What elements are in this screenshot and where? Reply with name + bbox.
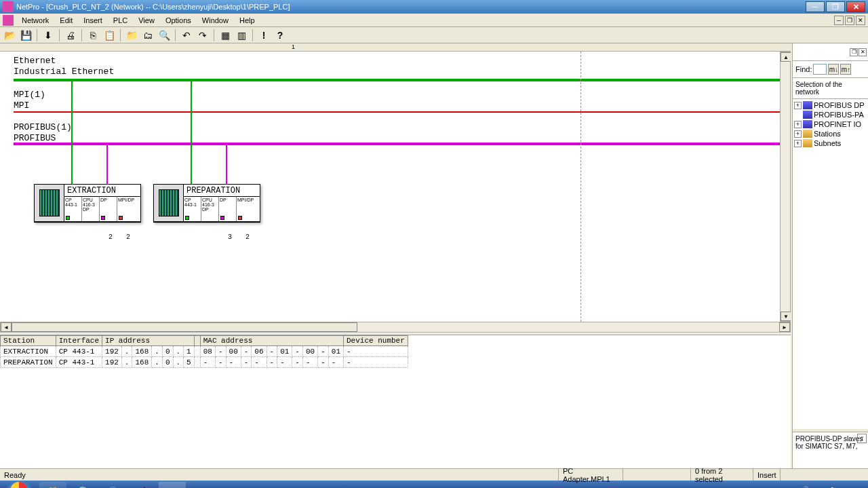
description-panel: ⟟ PROFIBUS-DP slaves for SIMATIC S7, M7,: [793, 432, 868, 468]
slot-cp[interactable]: CP 443-1: [184, 197, 201, 221]
tray-sound-icon[interactable]: 🔊: [800, 486, 810, 489]
menu-window[interactable]: Window: [197, 15, 234, 26]
station-preparation[interactable]: PREPARATION CP 443-1 CPU 416-3 DP DP MPI…: [153, 184, 260, 223]
info-icon[interactable]: !: [257, 29, 271, 42]
catalog-close-icon[interactable]: ✕: [859, 48, 867, 56]
status-mode: Insert: [753, 469, 780, 481]
titlebar: NetPro - [Crush_PLC_NT_2 (Network) -- C:…: [0, 0, 868, 14]
open-icon[interactable]: 📂: [3, 29, 16, 42]
slot-cpu[interactable]: CPU 416-3 DP: [201, 197, 219, 221]
th-spacer[interactable]: [194, 336, 200, 346]
find-up-icon[interactable]: m↑: [840, 64, 851, 75]
s2-num2: 2: [245, 233, 250, 241]
ethernet-label[interactable]: Ethernet: [14, 56, 56, 66]
profibus-line[interactable]: [14, 143, 784, 145]
find-down-icon[interactable]: m↓: [828, 64, 839, 75]
copy-icon[interactable]: ⎘: [86, 29, 100, 42]
find-input[interactable]: [813, 64, 827, 75]
slot-mpidp[interactable]: MPI/DP: [117, 197, 135, 221]
status-resize: [780, 469, 868, 481]
search-icon[interactable]: 🔍: [157, 29, 171, 42]
catalog-icon[interactable]: 📁: [125, 29, 138, 42]
slot-dp[interactable]: DP: [100, 197, 117, 221]
tray-network-icon[interactable]: ▣: [785, 486, 795, 489]
window-close[interactable]: ✕: [846, 1, 865, 12]
mdi-restore[interactable]: ❐: [845, 16, 854, 25]
menu-view[interactable]: View: [133, 15, 160, 26]
view1-icon[interactable]: ▦: [218, 29, 232, 42]
slot-cp[interactable]: CP 443-1: [64, 197, 82, 221]
menu-help[interactable]: Help: [234, 15, 260, 26]
canvas-hscroll[interactable]: ◄ ►: [0, 322, 791, 333]
task-explorer[interactable]: 📁: [39, 482, 66, 489]
slot-mpidp[interactable]: MPI/DP: [237, 197, 254, 221]
page-separator: [580, 52, 581, 322]
view2-icon[interactable]: ▥: [235, 29, 248, 42]
window-maximize[interactable]: ❐: [826, 1, 845, 12]
network-canvas[interactable]: Ethernet Industrial Ethernet MPI(1) MPI …: [0, 52, 791, 322]
task-app2[interactable]: 📋: [69, 482, 96, 489]
hscroll-right-icon[interactable]: ►: [779, 322, 790, 332]
table-row[interactable]: EXTRACTION CP 443-1 192.168.0.1 08-00-06…: [1, 346, 408, 357]
mdi-minimize[interactable]: ─: [834, 16, 844, 25]
status-selection: 0 from 2 selected: [690, 469, 753, 481]
status-blank: [623, 469, 690, 481]
menu-plc[interactable]: PLC: [108, 15, 133, 26]
th-interface[interactable]: Interface: [56, 336, 102, 346]
menu-edit[interactable]: Edit: [54, 15, 78, 26]
tree-stations[interactable]: +Stations: [794, 129, 867, 138]
slot-dp[interactable]: DP: [219, 197, 237, 221]
station-extraction[interactable]: EXTRACTION CP 443-1 CPU 416-3 DP DP MPI/…: [34, 184, 141, 223]
th-mac[interactable]: MAC address: [200, 336, 343, 346]
vscroll-down-icon[interactable]: ▼: [781, 312, 791, 321]
ethernet-line[interactable]: [14, 79, 784, 81]
task-skype[interactable]: Ⓢ: [99, 482, 126, 489]
catalog-restore-icon[interactable]: ❐: [850, 48, 858, 56]
catalog-pane: ❐ ✕ Find: m↓ m↑ Selection of the network…: [792, 43, 868, 468]
th-devnum[interactable]: Device number: [343, 336, 408, 346]
catalog-tree[interactable]: +PROFIBUS DP +PROFIBUS-PA +PROFINET IO +…: [793, 99, 868, 429]
mdi-close[interactable]: ✕: [856, 16, 865, 25]
table-row[interactable]: PREPARATION CP 443-1 192.168.0.5 -------…: [1, 357, 408, 368]
app-icon: [3, 15, 14, 26]
hardware-icon[interactable]: 🗂: [141, 29, 155, 42]
desc-pin-icon[interactable]: ⟟: [857, 434, 867, 443]
s1-num2: 2: [126, 233, 130, 241]
hscroll-left-icon[interactable]: ◄: [1, 322, 12, 332]
tree-profibus-dp[interactable]: +PROFIBUS DP: [794, 100, 867, 110]
print-icon[interactable]: 🖨: [64, 29, 77, 42]
profibus1-label[interactable]: PROFIBUS(1): [14, 122, 72, 132]
tree-subnets[interactable]: +Subnets: [794, 138, 867, 148]
station-plc-icon: [35, 185, 64, 221]
windows-orb-icon: [10, 482, 28, 489]
menu-insert[interactable]: Insert: [78, 15, 108, 26]
th-ip[interactable]: IP address: [102, 336, 195, 346]
canvas-vscroll[interactable]: ▲ ▼: [780, 52, 791, 322]
pb-drop-s2: [226, 143, 227, 184]
menu-network[interactable]: Network: [16, 15, 54, 26]
th-station[interactable]: Station: [1, 336, 56, 346]
window-minimize[interactable]: ─: [806, 1, 825, 12]
redo-icon[interactable]: ↷: [196, 29, 210, 42]
context-help-icon[interactable]: ?: [273, 29, 287, 42]
mpi1-label[interactable]: MPI(1): [14, 90, 45, 100]
mpi-line[interactable]: [14, 111, 784, 113]
vscroll-up-icon[interactable]: ▲: [781, 52, 791, 62]
slot-cpu[interactable]: CPU 416-3 DP: [82, 197, 100, 221]
task-netpro[interactable]: ▦: [159, 482, 186, 489]
save-icon[interactable]: 💾: [19, 29, 33, 42]
paste-icon[interactable]: 📋: [102, 29, 116, 42]
tray-flag-icon[interactable]: ⚑: [830, 486, 840, 489]
pb-drop-s1: [106, 143, 108, 184]
start-button[interactable]: [5, 481, 33, 488]
tray-chevron-icon[interactable]: ▲: [815, 486, 825, 489]
selection-label: Selection of the network: [793, 78, 868, 99]
menu-options[interactable]: Options: [160, 15, 197, 26]
download-icon[interactable]: ⬇: [41, 29, 55, 42]
tree-profibus-pa[interactable]: +PROFIBUS-PA: [794, 110, 867, 119]
undo-icon[interactable]: ↶: [180, 29, 193, 42]
task-app4[interactable]: 🖊: [129, 482, 156, 489]
stations-table: Station Interface IP address MAC address…: [0, 335, 408, 368]
hscroll-thumb[interactable]: [12, 322, 357, 332]
tree-profinet-io[interactable]: +PROFINET IO: [794, 119, 867, 129]
